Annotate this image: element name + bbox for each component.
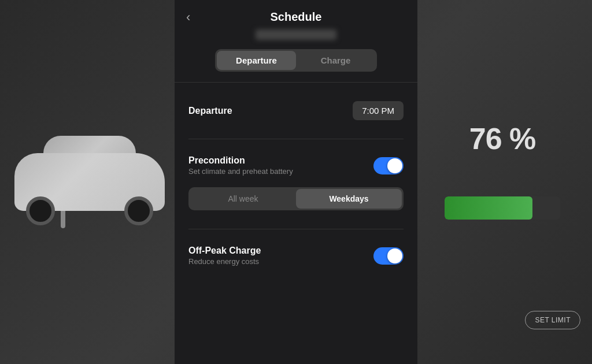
schedule-panel: ‹ Schedule Departure Charge Departure 7:…: [175, 0, 417, 364]
panel-header: ‹ Schedule: [175, 0, 417, 29]
off-peak-header: Off-Peak Charge Reduce energy costs: [188, 246, 404, 266]
tab-charge[interactable]: Charge: [296, 51, 375, 70]
tab-departure[interactable]: Departure: [217, 51, 296, 70]
precondition-row: Precondition Set climate and preheat bat…: [188, 150, 404, 181]
precondition-label: Precondition: [188, 155, 293, 166]
chassis-visual: [421, 162, 583, 243]
set-limit-button[interactable]: SET LIMIT: [525, 311, 580, 329]
background-left: [0, 0, 179, 364]
battery-section: 76 %: [421, 121, 583, 243]
car-wheel-right: [124, 196, 153, 225]
car-silhouette: [9, 136, 171, 228]
departure-time-badge[interactable]: 7:00 PM: [353, 101, 404, 120]
week-tab-row: All week Weekdays: [188, 187, 404, 210]
precondition-labels: Precondition Set climate and preheat bat…: [188, 155, 293, 176]
battery-bar-fill: [445, 196, 532, 220]
precondition-toggle[interactable]: [373, 157, 404, 174]
departure-label: Departure: [188, 106, 232, 116]
divider-1: [175, 82, 417, 83]
precondition-toggle-thumb: [387, 158, 402, 173]
back-button[interactable]: ‹: [186, 11, 190, 24]
divider-2: [188, 139, 404, 139]
panel-title: Schedule: [271, 10, 322, 24]
week-btn-all[interactable]: All week: [190, 189, 296, 209]
divider-3: [188, 229, 404, 229]
week-btn-weekdays[interactable]: Weekdays: [296, 189, 402, 209]
off-peak-toggle-thumb: [387, 248, 402, 263]
vehicle-name-blurred: [256, 29, 336, 40]
off-peak-sublabel: Reduce energy costs: [188, 257, 261, 266]
off-peak-row: Off-Peak Charge Reduce energy costs: [188, 240, 404, 272]
departure-time-row: Departure 7:00 PM: [188, 93, 404, 128]
schedule-tab-row: Departure Charge: [215, 49, 377, 72]
background-right: 76 % SET LIMIT: [413, 0, 592, 364]
precondition-toggle-header: Precondition Set climate and preheat bat…: [188, 155, 404, 176]
off-peak-toggle[interactable]: [373, 247, 404, 265]
battery-percent-label: 76 %: [469, 121, 536, 156]
off-peak-label: Off-Peak Charge: [188, 246, 261, 256]
precondition-sublabel: Set climate and preheat battery: [188, 167, 293, 176]
panel-content: Departure 7:00 PM Precondition Set clima…: [175, 93, 417, 272]
off-peak-labels: Off-Peak Charge Reduce energy costs: [188, 246, 261, 266]
car-wheel-left: [26, 196, 55, 225]
battery-bar-container: [445, 196, 560, 220]
